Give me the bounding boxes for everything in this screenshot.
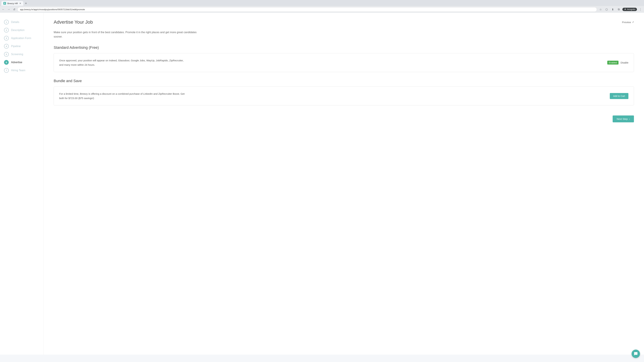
app-layout: 1 Details 2 Description 3 Application Fo… xyxy=(0,13,644,355)
sidebar-label-hiring-team: Hiring Team xyxy=(11,69,25,72)
extensions-btn[interactable]: ⬡ xyxy=(604,7,609,12)
next-step-label: Next Step xyxy=(617,117,628,120)
next-step-button[interactable]: Next Step › xyxy=(613,115,634,122)
reload-btn[interactable]: ↺ xyxy=(12,7,16,11)
sidebar-label-details: Details xyxy=(11,21,19,24)
sidebar-item-details[interactable]: 1 Details xyxy=(0,18,44,26)
url-text: app.breezy.hr/app/c/moodjoy/positions/59… xyxy=(20,8,594,11)
sidebar: 1 Details 2 Description 3 Application Fo… xyxy=(0,13,44,355)
sidebar-item-advertise[interactable]: 6 Advertise xyxy=(0,58,44,66)
preview-link[interactable]: Preview ↗ xyxy=(622,21,634,24)
incognito-label: Incognito xyxy=(627,8,635,10)
sidebar-label-screening: Screening xyxy=(11,53,23,56)
more-btn[interactable]: ⋮ xyxy=(638,7,643,12)
standard-advertising-heading: Standard Advertising (Free) xyxy=(54,45,634,50)
back-btn[interactable]: ← xyxy=(1,7,5,11)
step-circle-7: 7 xyxy=(4,68,9,73)
new-tab-btn[interactable]: + xyxy=(24,1,28,6)
bundle-text: For a limited time, Breezy is offering a… xyxy=(59,92,185,100)
preview-label: Preview xyxy=(622,21,631,24)
chat-icon xyxy=(634,352,638,355)
active-tab[interactable]: B Breezy HR ✕ xyxy=(1,1,23,6)
address-bar-row: ← → ↺ app.breezy.hr/app/c/moodjoy/positi… xyxy=(0,6,644,13)
sidebar-item-hiring-team[interactable]: 7 Hiring Team xyxy=(0,66,44,74)
page-description: Make sure your position gets in front of… xyxy=(54,30,204,39)
bundle-heading: Bundle and Save xyxy=(54,79,634,83)
bundle-card: For a limited time, Breezy is offering a… xyxy=(54,86,634,105)
sidebar-item-description[interactable]: 2 Description xyxy=(0,26,44,34)
sidebar-item-screening[interactable]: 5 Screening xyxy=(0,50,44,58)
tab-title: Breezy HR xyxy=(8,2,18,5)
step-circle-1: 1 xyxy=(4,20,9,24)
add-to-cart-button[interactable]: Add to Cart xyxy=(610,93,628,99)
sidebar-item-pipeline[interactable]: 4 Pipeline xyxy=(0,42,44,50)
browser-action-icons: ☆ ⬡ ⬇ ⧉ Incognito ⋮ xyxy=(598,7,643,12)
breezy-tab-icon: B xyxy=(3,2,6,5)
svg-point-0 xyxy=(625,8,626,9)
external-link-icon: ↗ xyxy=(632,21,634,23)
step-circle-4: 4 xyxy=(4,44,9,49)
main-content: Advertise Your Job Preview ↗ Make sure y… xyxy=(44,13,644,355)
step-circle-5: 5 xyxy=(4,52,9,57)
forward-btn[interactable]: → xyxy=(7,7,11,11)
standard-advertising-card: Once approved, your position will appear… xyxy=(54,53,634,72)
step-circle-3: 3 xyxy=(4,36,9,40)
sidebar-label-application-form: Application Form xyxy=(11,37,31,40)
step-circle-2: 2 xyxy=(4,28,9,32)
bookmark-btn[interactable]: ☆ xyxy=(598,7,603,12)
download-btn[interactable]: ⬇ xyxy=(610,7,615,12)
step-circle-6: 6 xyxy=(4,60,9,65)
split-btn[interactable]: ⧉ xyxy=(616,7,621,12)
next-step-arrow: › xyxy=(629,117,630,120)
bundle-action: Add to Cart xyxy=(610,93,628,99)
sidebar-label-description: Description xyxy=(11,29,24,32)
sidebar-label-advertise: Advertise xyxy=(11,61,22,64)
incognito-badge: Incognito xyxy=(622,8,637,11)
bottom-bar: Next Step › xyxy=(54,112,634,122)
disable-link[interactable]: Disable xyxy=(620,61,628,64)
standard-advertising-action: Enabled Disable xyxy=(607,61,628,64)
sidebar-label-pipeline: Pipeline xyxy=(11,45,21,48)
standard-advertising-text: Once approved, your position will appear… xyxy=(59,58,185,67)
sidebar-item-application-form[interactable]: 3 Application Form xyxy=(0,34,44,42)
page-header: Advertise Your Job Preview ↗ xyxy=(54,19,634,25)
tab-bar: B Breezy HR ✕ + xyxy=(0,0,644,6)
tab-close-btn[interactable]: ✕ xyxy=(19,2,21,5)
page-title: Advertise Your Job xyxy=(54,19,93,25)
address-bar[interactable]: app.breezy.hr/app/c/moodjoy/positions/59… xyxy=(18,7,597,12)
enabled-badge: Enabled xyxy=(607,61,619,64)
